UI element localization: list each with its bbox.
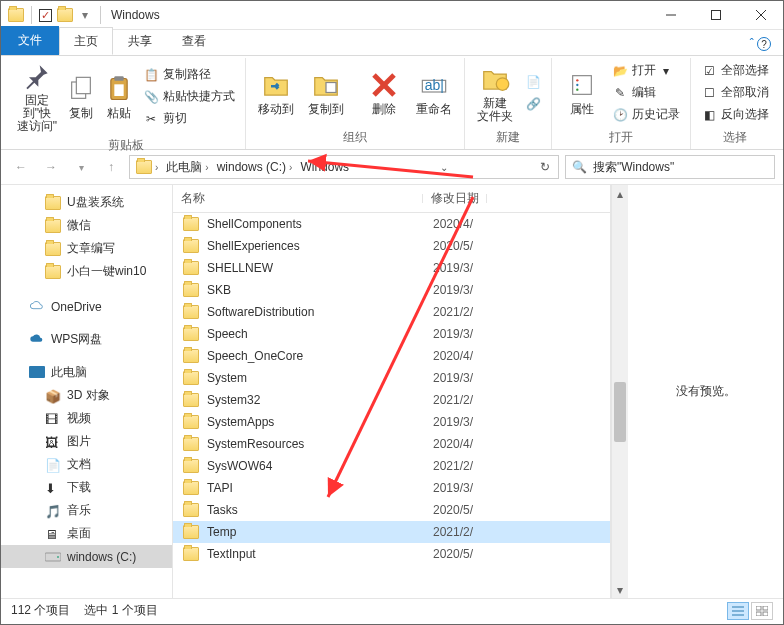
sidebar-pc-item-0[interactable]: 📦3D 对象 bbox=[1, 384, 172, 407]
sidebar-pc-item-3[interactable]: 📄文档 bbox=[1, 453, 172, 476]
copyto-button[interactable]: 复制到 bbox=[302, 58, 350, 127]
cut-button[interactable]: ✂剪切 bbox=[139, 108, 239, 130]
folder-icon bbox=[183, 283, 199, 297]
minimize-button[interactable] bbox=[648, 1, 693, 29]
sidebar-pc-item-4[interactable]: ⬇下载 bbox=[1, 476, 172, 499]
qat-separator bbox=[31, 6, 32, 24]
search-box[interactable]: 🔍 搜索"Windows" bbox=[565, 155, 775, 179]
qat-properties-checkbox[interactable]: ✓ bbox=[36, 6, 54, 24]
address-bar[interactable]: › 此电脑› windows (C:)› Windows ⌄ ↻ bbox=[129, 155, 559, 179]
file-row[interactable]: Speech2019/3/ bbox=[173, 323, 610, 345]
sidebar-pc-item-6[interactable]: 🖥桌面 bbox=[1, 522, 172, 545]
file-row[interactable]: SystemApps2019/3/ bbox=[173, 411, 610, 433]
new-item-dropdown[interactable]: 📄 bbox=[521, 71, 545, 93]
addr-dropdown[interactable]: ⌄ bbox=[434, 162, 454, 173]
edit-icon: ✎ bbox=[612, 85, 628, 101]
scroll-up-button[interactable]: ▴ bbox=[612, 185, 628, 202]
view-large-icons-button[interactable] bbox=[751, 602, 773, 620]
paste-shortcut-button[interactable]: 📎粘贴快捷方式 bbox=[139, 86, 239, 108]
file-name: SKB bbox=[207, 283, 433, 297]
moveto-button[interactable]: 移动到 bbox=[252, 58, 300, 127]
column-headers: 名称 修改日期 bbox=[173, 185, 610, 213]
easy-access-dropdown[interactable]: 🔗 bbox=[521, 93, 545, 115]
select-all-icon: ☑ bbox=[701, 63, 717, 79]
file-row[interactable]: System322021/2/ bbox=[173, 389, 610, 411]
file-row[interactable]: System2019/3/ bbox=[173, 367, 610, 389]
new-folder-button[interactable]: 新建 文件夹 bbox=[471, 58, 519, 127]
sidebar-pc-item-1[interactable]: 🎞视频 bbox=[1, 407, 172, 430]
close-button[interactable] bbox=[738, 1, 783, 29]
open-button[interactable]: 📂打开 ▾ bbox=[608, 60, 684, 82]
file-row[interactable]: Speech_OneCore2020/4/ bbox=[173, 345, 610, 367]
select-all-button[interactable]: ☑全部选择 bbox=[697, 60, 773, 82]
file-row[interactable]: ShellExperiences2020/5/ bbox=[173, 235, 610, 257]
file-row[interactable]: TextInput2020/5/ bbox=[173, 543, 610, 565]
sidebar-item-2[interactable]: 文章编写 bbox=[1, 237, 172, 260]
sidebar-pc-item-2[interactable]: 🖼图片 bbox=[1, 430, 172, 453]
copy-button[interactable]: 复制 bbox=[63, 58, 99, 135]
file-row[interactable]: Tasks2020/5/ bbox=[173, 499, 610, 521]
file-date: 2019/3/ bbox=[433, 415, 473, 429]
pin-to-quickaccess-button[interactable]: 固定到"快 速访问" bbox=[13, 58, 61, 135]
scrollbar-thumb[interactable] bbox=[614, 382, 626, 442]
tab-share[interactable]: 共享 bbox=[113, 27, 167, 55]
up-button[interactable]: ↑ bbox=[99, 155, 123, 179]
select-invert-button[interactable]: ◧反向选择 bbox=[697, 104, 773, 126]
sidebar-item-0[interactable]: U盘装系统 bbox=[1, 191, 172, 214]
svg-text:ab|: ab| bbox=[425, 77, 444, 93]
back-button[interactable]: ← bbox=[9, 155, 33, 179]
sidebar-onedrive[interactable]: OneDrive bbox=[1, 295, 172, 318]
sidebar-drive[interactable]: windows (C:) bbox=[1, 545, 172, 568]
ribbon-group-clipboard: 固定到"快 速访问" 复制 粘贴 📋复制路径 📎粘贴快捷方式 ✂剪切 剪贴板 bbox=[7, 58, 246, 149]
delete-button[interactable]: 删除 bbox=[360, 58, 408, 127]
select-none-button[interactable]: ☐全部取消 bbox=[697, 82, 773, 104]
folder-icon bbox=[183, 305, 199, 319]
search-icon: 🔍 bbox=[572, 160, 587, 174]
sidebar-pc-item-5[interactable]: 🎵音乐 bbox=[1, 499, 172, 522]
copy-path-button[interactable]: 📋复制路径 bbox=[139, 64, 239, 86]
recent-locations-dropdown[interactable]: ▾ bbox=[69, 155, 93, 179]
file-row[interactable]: TAPI2019/3/ bbox=[173, 477, 610, 499]
rename-button[interactable]: ab|重命名 bbox=[410, 58, 458, 127]
file-name: SystemApps bbox=[207, 415, 433, 429]
file-row[interactable]: SysWOW642021/2/ bbox=[173, 455, 610, 477]
sidebar-item-3[interactable]: 小白一键win10 bbox=[1, 260, 172, 283]
file-row[interactable]: SoftwareDistribution2021/2/ bbox=[173, 301, 610, 323]
vertical-scrollbar[interactable]: ▴ ▾ bbox=[611, 185, 628, 598]
file-row[interactable]: Temp2021/2/ bbox=[173, 521, 610, 543]
paste-button[interactable]: 粘贴 bbox=[101, 58, 137, 135]
file-row[interactable]: SHELLNEW2019/3/ bbox=[173, 257, 610, 279]
refresh-button[interactable]: ↻ bbox=[534, 160, 556, 174]
forward-button[interactable]: → bbox=[39, 155, 63, 179]
properties-button[interactable]: 属性 bbox=[558, 58, 606, 127]
folder-icon bbox=[183, 481, 199, 495]
sidebar-item-1[interactable]: 微信 bbox=[1, 214, 172, 237]
sidebar-wps[interactable]: WPS网盘 bbox=[1, 328, 172, 351]
breadcrumb-thispc[interactable]: 此电脑› bbox=[162, 156, 212, 178]
history-button[interactable]: 🕑历史记录 bbox=[608, 104, 684, 126]
file-date: 2020/4/ bbox=[433, 437, 473, 451]
qat-dropdown[interactable]: ▾ bbox=[76, 6, 94, 24]
ribbon-collapse-button[interactable]: ˆ ? bbox=[738, 33, 783, 56]
tab-file[interactable]: 文件 bbox=[1, 26, 59, 55]
view-details-button[interactable] bbox=[727, 602, 749, 620]
sidebar-thispc[interactable]: 此电脑 bbox=[1, 361, 172, 384]
file-name: SysWOW64 bbox=[207, 459, 433, 473]
edit-button[interactable]: ✎编辑 bbox=[608, 82, 684, 104]
qat-folder-icon[interactable] bbox=[56, 6, 74, 24]
breadcrumb-drive[interactable]: windows (C:)› bbox=[213, 156, 297, 178]
shortcut-icon: 📎 bbox=[143, 89, 159, 105]
tab-home[interactable]: 主页 bbox=[59, 27, 113, 55]
column-header-name[interactable]: 名称 bbox=[173, 190, 423, 207]
scroll-down-button[interactable]: ▾ bbox=[612, 581, 628, 598]
column-header-modified[interactable]: 修改日期 bbox=[423, 190, 487, 207]
file-row[interactable]: ShellComponents2020/4/ bbox=[173, 213, 610, 235]
maximize-button[interactable] bbox=[693, 1, 738, 29]
file-row[interactable]: SystemResources2020/4/ bbox=[173, 433, 610, 455]
ribbon-group-select: ☑全部选择 ☐全部取消 ◧反向选择 选择 bbox=[691, 58, 779, 149]
tab-view[interactable]: 查看 bbox=[167, 27, 221, 55]
breadcrumb-folder[interactable]: Windows bbox=[296, 156, 353, 178]
svg-point-17 bbox=[576, 84, 578, 86]
file-row[interactable]: SKB2019/3/ bbox=[173, 279, 610, 301]
group-label-new: 新建 bbox=[496, 127, 520, 149]
